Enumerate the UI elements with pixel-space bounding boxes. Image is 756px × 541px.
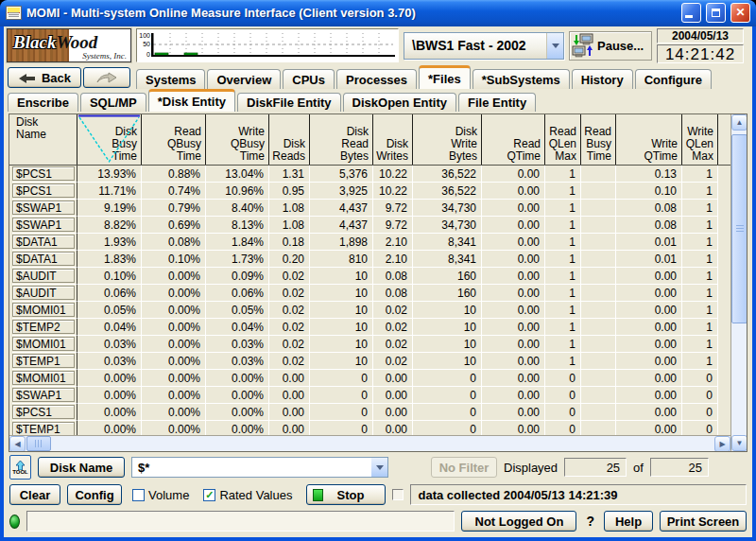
table-row[interactable]: $PCS111.71%0.74%10.96%0.953,92510.2236,5… (12, 183, 730, 200)
column-header-disk-busy-time[interactable]: DiskBusyTime (77, 114, 142, 165)
tab-systems[interactable]: Systems (136, 69, 205, 89)
table-cell: 0.00 (616, 370, 682, 387)
scroll-up-button[interactable]: ▲ (731, 114, 747, 131)
pause-button[interactable]: Pause... (569, 31, 652, 61)
table-cell: 0.05% (206, 302, 269, 319)
vertical-scrollbar[interactable]: ▲ ▼ (730, 114, 747, 451)
table-row[interactable]: $MOMI010.05%0.00%0.05%0.02100.02100.0010… (12, 302, 730, 319)
table-cell (581, 166, 616, 183)
rated-values-checkbox[interactable]: ✓ (203, 489, 215, 501)
maximize-button[interactable] (706, 3, 726, 23)
column-header-read-qbusy-time[interactable]: ReadQBusyTime (142, 114, 206, 165)
no-filter-button[interactable]: No Filter (431, 457, 497, 478)
column-select-button[interactable]: Disk Name (38, 457, 125, 478)
disk-name-label: $AUDIT (12, 269, 75, 283)
print-screen-button[interactable]: Print Screen (660, 511, 747, 532)
subtab-file-entity[interactable]: File Entity (458, 93, 536, 112)
column-header-write-qlen-max[interactable]: WriteQLenMax (682, 114, 718, 165)
subtab-sql-mp[interactable]: SQL/MP (80, 93, 146, 112)
not-logged-on-button[interactable]: Not Logged On (461, 511, 576, 532)
back-button[interactable]: Back (8, 67, 81, 88)
column-header-text: Name (16, 129, 46, 141)
table-cell: 1 (545, 353, 581, 370)
table-cell: 0.00 (482, 353, 545, 370)
help-button[interactable]: Help (604, 511, 653, 532)
column-header-read-busy-time[interactable]: ReadBusyTime (581, 114, 616, 165)
tab-configure[interactable]: Configure (635, 69, 712, 89)
table-row[interactable]: $MOMI010.00%0.00%0.00%0.0000.0000.0000.0… (12, 370, 730, 387)
column-header-write-qbusy-time[interactable]: WriteQBusyTime (206, 114, 269, 165)
minimize-button[interactable] (681, 3, 701, 23)
scroll-left-button[interactable]: ◀ (9, 436, 26, 451)
forward-button[interactable] (83, 67, 130, 88)
vertical-scroll-track[interactable] (731, 131, 747, 435)
column-header-disk-writes[interactable]: DiskWrites (373, 114, 413, 165)
table-row[interactable]: $TEMP10.00%0.00%0.00%0.0000.0000.0000.00… (12, 421, 730, 435)
table-cell: 0.03% (77, 353, 142, 370)
scroll-down-button[interactable]: ▼ (731, 435, 747, 451)
tab-overview[interactable]: Overview (207, 69, 281, 89)
system-select-arrow[interactable] (547, 33, 563, 59)
table-row[interactable]: $PCS10.00%0.00%0.00%0.0000.0000.0000.000 (12, 404, 730, 421)
table-row[interactable]: $SWAP19.19%0.79%8.40%1.084,4379.7234,730… (12, 200, 730, 217)
table-row[interactable]: $SWAP18.82%0.69%8.13%1.084,4379.7234,730… (12, 217, 730, 234)
tab-history[interactable]: History (572, 69, 633, 89)
horizontal-scroll-track[interactable] (51, 436, 714, 451)
tab-cpus[interactable]: CPUs (283, 69, 335, 89)
volume-checkbox[interactable] (132, 489, 145, 501)
tool-button[interactable]: TOOL (9, 455, 31, 480)
horizontal-scrollbar[interactable]: ◀ ▶ (9, 435, 730, 451)
tab-processes[interactable]: Processes (336, 69, 417, 89)
blackwood-logo: BlackWood Systems, Inc. (7, 28, 131, 62)
column-header-disk-read-bytes[interactable]: DiskReadBytes (310, 114, 373, 165)
status-checkbox[interactable] (392, 489, 404, 500)
table-cell: 0.00 (373, 421, 413, 435)
filter-combobox[interactable]: $* (131, 457, 388, 478)
tab-files[interactable]: *Files (419, 65, 471, 89)
column-header-disk-write-bytes[interactable]: DiskWriteBytes (413, 114, 482, 165)
column-header-read-qlen-max[interactable]: ReadQLenMax (545, 114, 581, 165)
filter-combo-arrow[interactable] (371, 458, 387, 477)
table-cell: 10 (310, 353, 373, 370)
config-button[interactable]: Config (67, 484, 122, 505)
subtab-diskopen-entity[interactable]: DiskOpen Entity (343, 93, 456, 112)
table-row[interactable]: $DATA11.83%0.10%1.73%0.208102.108,3410.0… (12, 251, 730, 268)
column-header-read-qtime[interactable]: ReadQTime (482, 114, 545, 165)
column-header-disk-reads[interactable]: DiskReads (269, 114, 310, 165)
table-row[interactable]: $AUDIT0.10%0.00%0.09%0.02100.081600.0010… (12, 268, 730, 285)
table-row[interactable]: $SWAP10.00%0.00%0.00%0.0000.0000.0000.00… (12, 387, 730, 404)
pause-label: Pause... (597, 39, 644, 53)
system-select[interactable]: \BWS1 Fast - 2002 (404, 32, 564, 60)
table-cell: 1 (545, 200, 581, 217)
subtab-enscribe[interactable]: Enscribe (8, 93, 78, 112)
connection-status-icon (9, 515, 20, 529)
table-row[interactable]: $PCS113.93%0.88%13.04%1.315,37610.2236,5… (12, 166, 730, 183)
stop-label: Stop (336, 488, 364, 502)
table-row[interactable]: $TEMP20.04%0.00%0.04%0.02100.02100.0010.… (12, 319, 730, 336)
table-cell: 1 (545, 319, 581, 336)
help-question-button[interactable]: ? (583, 514, 597, 529)
table-row[interactable]: $DATA11.93%0.08%1.84%0.181,8982.108,3410… (12, 234, 730, 251)
vertical-scroll-thumb[interactable] (731, 134, 747, 323)
stop-button[interactable]: Stop (306, 484, 386, 505)
disk-name-cell: $TEMP1 (12, 421, 77, 435)
column-header-write-qtime[interactable]: WriteQTime (616, 114, 682, 165)
table-cell: 10 (310, 268, 373, 285)
disk-name-label: $SWAP1 (12, 218, 75, 232)
table-row[interactable]: $AUDIT0.06%0.00%0.06%0.02100.081600.0010… (12, 285, 730, 302)
table-cell: 0.00 (616, 319, 682, 336)
close-button[interactable]: ✕ (730, 3, 750, 23)
table-row[interactable]: $MOMI010.03%0.00%0.03%0.02100.02100.0010… (12, 336, 730, 353)
subtab-disk-entity[interactable]: *Disk Entity (148, 89, 235, 112)
column-header-text: Time (240, 150, 265, 163)
table-cell: 36,522 (413, 166, 482, 183)
tab-subsystems[interactable]: *SubSystems (472, 69, 570, 89)
table-cell (581, 200, 616, 217)
horizontal-scroll-thumb[interactable] (26, 436, 51, 451)
table-row[interactable]: $TEMP10.03%0.00%0.03%0.02100.02100.0010.… (12, 353, 730, 370)
scroll-right-button[interactable]: ▶ (714, 436, 730, 451)
table-cell: 0.00 (616, 336, 682, 353)
clear-button[interactable]: Clear (9, 484, 60, 505)
subtab-diskfile-entity[interactable]: DiskFile Entity (237, 93, 341, 112)
column-header-disk-name[interactable]: DiskName (12, 114, 77, 165)
